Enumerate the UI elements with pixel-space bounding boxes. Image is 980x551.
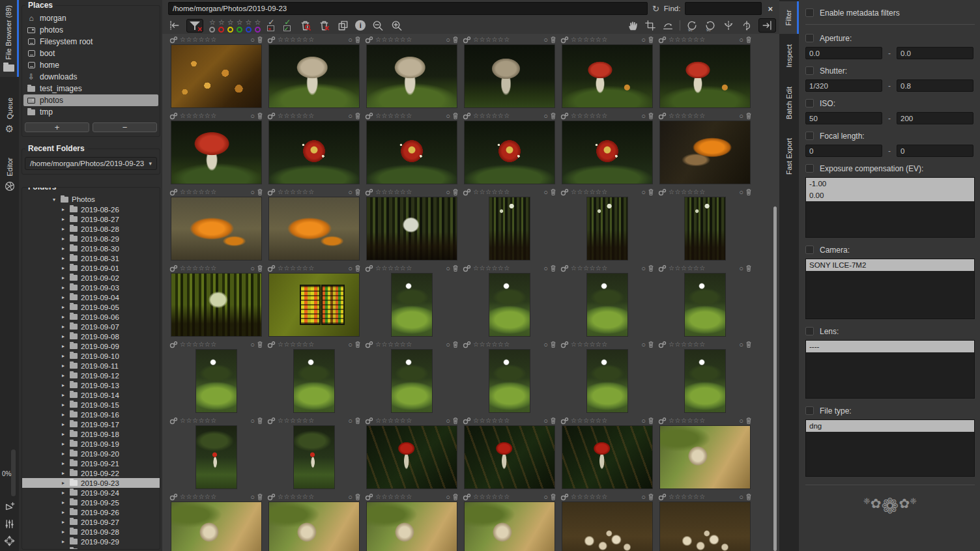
rating-stars[interactable]: ☆☆☆☆☆☆ [669,494,706,500]
trash-icon[interactable] [452,341,459,348]
color-label-icon[interactable]: ○ [250,417,255,425]
tree-collapsed-icon[interactable]: ▸ [60,246,66,251]
color-label-icon[interactable]: ○ [446,36,450,44]
folder-item-2019-08-27[interactable]: ▸2019-08-27 [22,214,160,224]
rating-stars[interactable]: ☆☆☆☆☆☆ [180,494,217,500]
trash-icon[interactable] [452,188,459,196]
folder-item-2019-09-05[interactable]: ▸2019-09-05 [22,302,160,312]
photo-thumbnail[interactable] [562,502,653,551]
color-label-icon[interactable]: ○ [543,417,548,425]
folder-item-2019-08-29[interactable]: ▸2019-08-29 [22,234,160,244]
aperture-from-input[interactable] [805,47,882,59]
trash-icon[interactable] [745,417,752,425]
color-label-icon[interactable]: ○ [641,494,646,501]
photo-thumbnail[interactable] [464,502,555,551]
color-label-icon[interactable]: ○ [543,265,548,272]
recent-folders-dropdown[interactable]: /home/morgan/Photos/2019-09-23 ▾ [25,157,157,170]
tree-collapsed-icon[interactable]: ▸ [60,265,66,271]
trash-icon[interactable] [354,493,361,501]
color-label-icon[interactable]: ○ [446,265,450,272]
trash-icon[interactable] [550,341,556,348]
color-label-icon[interactable]: ○ [348,341,353,348]
remove-place-button[interactable]: − [93,122,157,132]
listbox-option[interactable]: ---- [806,341,974,352]
tree-collapsed-icon[interactable]: ▸ [60,529,66,535]
color-label-icon[interactable]: ○ [739,36,743,44]
trash-icon[interactable] [354,188,361,196]
folder-item-2019-09-06[interactable]: ▸2019-09-06 [22,312,160,322]
trash-icon[interactable] [354,417,361,425]
trash-icon[interactable] [745,341,752,348]
filter-unedited-button[interactable]: ✓× [267,20,277,31]
color-label-icon[interactable]: ○ [250,36,255,44]
flip-horizontal-button[interactable] [740,20,753,31]
color-label-icon[interactable]: ○ [641,113,646,120]
color-label-icon[interactable]: ○ [446,113,450,120]
rating-stars[interactable]: ☆☆☆☆☆☆ [180,417,217,424]
folder-item-2019-09-25[interactable]: ▸2019-09-25 [22,498,160,507]
tree-collapsed-icon[interactable]: ▸ [60,548,66,550]
rating-stars[interactable]: ☆☆☆☆☆☆ [375,494,412,500]
rating-stars[interactable]: ☆☆☆☆☆☆ [571,417,608,424]
photo-thumbnail[interactable] [562,425,653,489]
empty-trash-button[interactable] [318,20,331,32]
rating-stars[interactable]: ☆☆☆☆☆☆ [180,265,217,272]
fit-window-icon[interactable] [3,534,16,548]
place-item-morgan[interactable]: ⌂morgan [23,12,158,24]
photo-thumbnail[interactable] [268,44,360,108]
folder-item-2019-09-24[interactable]: ▸2019-09-24 [22,488,160,498]
tree-collapsed-icon[interactable]: ▸ [60,373,66,378]
color-label-icon[interactable]: ○ [250,494,255,501]
filter-edited-button[interactable]: ✓✓ [283,20,293,31]
rating-stars[interactable]: ☆☆☆☆☆☆ [473,494,510,500]
trash-icon[interactable] [452,112,459,120]
rating-stars[interactable]: ☆☆☆☆☆☆ [571,36,608,43]
trash-icon[interactable] [452,264,459,272]
rating-stars[interactable]: ☆☆☆☆☆☆ [669,36,706,43]
trash-icon[interactable] [550,417,556,425]
folder-item-2019-09-08[interactable]: ▸2019-09-08 [22,332,160,341]
tree-collapsed-icon[interactable]: ▸ [60,255,66,261]
tab-queue[interactable]: Queue ⚙ [0,92,19,152]
color-label-icon[interactable]: ○ [543,341,548,348]
rating-stars[interactable]: ☆☆☆☆☆☆ [375,36,412,43]
tree-collapsed-icon[interactable]: ▸ [60,402,66,408]
rating-stars[interactable]: ☆☆☆☆☆☆ [180,113,217,119]
rating-stars[interactable]: ☆☆☆☆☆☆ [669,417,706,424]
refresh-icon[interactable]: ↻ [652,5,659,13]
tab-editor[interactable]: Editor [0,152,19,212]
iso-from-input[interactable] [805,112,882,124]
folder-item-2019-09-11[interactable]: ▸2019-09-11 [22,361,160,371]
tree-collapsed-icon[interactable]: ▸ [60,460,66,466]
rating-stars[interactable]: ☆☆☆☆☆☆ [473,189,510,195]
tab-batch-edit[interactable]: Batch Edit [779,78,799,128]
straighten-tool-button[interactable] [661,20,674,31]
folder-item-2019-09-10[interactable]: ▸2019-09-10 [22,351,160,361]
color-label-icon[interactable]: ○ [543,494,548,501]
photo-thumbnail[interactable] [366,425,457,489]
color-label-icon[interactable]: ○ [348,36,353,44]
photo-thumbnail[interactable] [268,197,360,261]
photo-thumbnail[interactable] [586,273,628,337]
photo-thumbnail[interactable] [171,197,262,261]
color-label-icon[interactable]: ○ [348,265,353,272]
tab-filter[interactable]: Filter [779,1,799,34]
photo-thumbnail[interactable] [562,44,653,108]
folder-item-2019-09-30[interactable]: ▸2019-09-30 [22,546,160,550]
trash-icon[interactable] [257,188,263,196]
tree-collapsed-icon[interactable]: ▸ [60,294,66,300]
filter-rank-2[interactable]: ☆ [227,19,234,33]
photo-thumbnail[interactable] [366,502,457,551]
iso-to-input[interactable] [897,112,973,124]
tree-collapsed-icon[interactable]: ▸ [60,324,66,330]
rating-stars[interactable]: ☆☆☆☆☆☆ [473,36,510,43]
photo-thumbnail[interactable] [586,197,628,261]
tree-collapsed-icon[interactable]: ▸ [60,343,66,349]
shutter-to-input[interactable] [897,79,973,92]
photo-thumbnail[interactable] [268,120,360,184]
rating-stars[interactable]: ☆☆☆☆☆☆ [278,113,315,119]
photo-thumbnail[interactable] [659,120,751,184]
color-label-icon[interactable]: ○ [543,113,548,120]
color-label-icon[interactable]: ○ [348,189,353,196]
folder-item-2019-08-31[interactable]: ▸2019-08-31 [22,253,160,263]
